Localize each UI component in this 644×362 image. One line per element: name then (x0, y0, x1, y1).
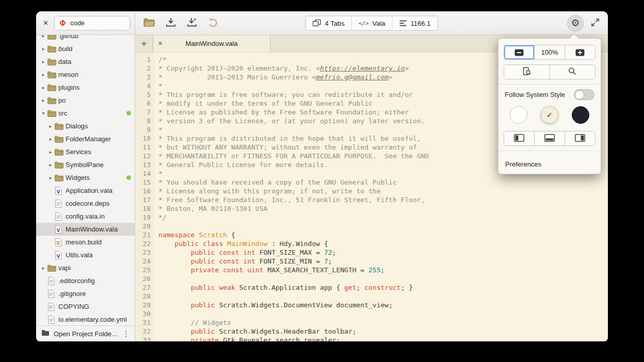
zoom-reset-button[interactable]: 100% (535, 45, 565, 59)
tree-item-mainwindow-vala[interactable]: VMainWindow.vala (36, 223, 135, 236)
toggle-bottom-panel-button[interactable] (535, 131, 565, 145)
save-button[interactable] (165, 17, 177, 29)
open-file-button[interactable] (142, 17, 156, 29)
tree-item-label: MainWindow.vala (66, 225, 118, 233)
tree-item-services[interactable]: ▸Services (36, 145, 135, 158)
main-toolbar: 4 Tabs </> Vala 1166.1 (135, 11, 608, 35)
file-tree: ▸.github▸build▸data▸meson▸plugins▸po▾src… (36, 35, 135, 325)
tabs-overview-button[interactable]: 4 Tabs (306, 16, 352, 30)
expand-icon[interactable]: ▸ (39, 85, 47, 90)
expand-icon[interactable]: ▸ (39, 59, 47, 64)
line-number: 16 (135, 187, 151, 195)
preferences-button[interactable]: Preferences (498, 156, 601, 174)
line-number: 19 (135, 213, 151, 222)
default-style-button[interactable]: ✓ (541, 106, 558, 124)
tree-item--github[interactable]: ▸.github (36, 35, 135, 42)
folder-icon (41, 330, 50, 338)
git-modified-dot (126, 111, 131, 116)
line-number: 20 (135, 222, 151, 231)
open-project-folder-button[interactable]: Open Project Folder… (37, 330, 120, 338)
line-number: 2 (135, 64, 151, 73)
window-close-button[interactable]: ✕ (42, 18, 50, 28)
tree-item-data[interactable]: ▸data (36, 55, 135, 68)
new-tab-button[interactable]: + (135, 35, 153, 52)
tab-close-button[interactable]: ✕ (158, 40, 163, 47)
line-number: 33 (135, 336, 151, 341)
goto-line-button[interactable]: 1166.1 (393, 16, 438, 30)
collapse-icon[interactable]: ▾ (39, 110, 47, 116)
code-line: private const uint MAX_SEARCH_TEXT_LENGT… (158, 266, 608, 274)
tree-item-codecore-deps[interactable]: codecore.deps (36, 197, 135, 210)
light-style-button[interactable] (510, 106, 527, 124)
find-button-group (504, 64, 595, 79)
revert-button[interactable] (207, 17, 219, 29)
expand-icon[interactable]: ▸ (46, 136, 55, 142)
expand-icon[interactable]: ▸ (39, 72, 47, 77)
line-number: 1 (135, 55, 151, 64)
tree-item-meson[interactable]: ▸meson (36, 68, 135, 81)
tree-item-label: .editorconfig (58, 277, 95, 285)
text-file-icon (55, 212, 65, 221)
toggle-right-panel-button[interactable] (565, 131, 595, 145)
tree-item-po[interactable]: ▸po (36, 94, 135, 107)
code-brackets-icon: </> (359, 20, 369, 26)
tree-item-label: Application.vala (66, 187, 112, 194)
tab-mainwindow-vala[interactable]: ✕ MainWindow.vala (153, 35, 270, 52)
line-number: 27 (135, 283, 151, 292)
expand-icon[interactable]: ▸ (39, 35, 47, 39)
find-in-page-button[interactable] (504, 65, 550, 79)
fullscreen-button[interactable] (590, 17, 601, 29)
code-line (158, 292, 608, 301)
code-line (158, 309, 608, 318)
svg-text:V: V (57, 253, 60, 258)
project-options-menu-button[interactable]: ⋮ (120, 329, 133, 338)
zoom-in-button[interactable] (565, 45, 595, 59)
tree-item-label: meson.build (66, 238, 102, 246)
tree-item-io-elementary-code-yml[interactable]: io.elementary.code.yml (36, 313, 135, 325)
language-button[interactable]: </> Vala (352, 16, 393, 30)
follow-system-style-switch[interactable] (574, 89, 594, 100)
tree-item-vapi[interactable]: ▸vapi (36, 261, 135, 274)
tree-item-label: plugins (58, 84, 79, 91)
expand-icon[interactable]: ▸ (46, 175, 55, 180)
search-button[interactable] (550, 65, 595, 79)
tree-item--editorconfig[interactable]: .editorconfig (36, 274, 135, 287)
save-as-button[interactable] (186, 17, 198, 29)
tree-item-plugins[interactable]: ▸plugins (36, 81, 135, 94)
settings-button[interactable]: ⚙ (567, 15, 584, 31)
expand-icon[interactable]: ▸ (39, 265, 47, 271)
tree-item-label: Services (66, 148, 91, 156)
expand-icon[interactable]: ▸ (46, 149, 55, 155)
toggle-sidebar-button[interactable] (504, 131, 535, 145)
build-file-icon (55, 238, 65, 246)
dark-style-button[interactable] (572, 106, 589, 124)
tree-item-widgets[interactable]: ▸Widgets (36, 171, 135, 184)
expand-icon[interactable]: ▸ (39, 46, 47, 52)
expand-icon[interactable]: ▸ (39, 97, 47, 103)
tree-item-dialogs[interactable]: ▸Dialogs (36, 120, 135, 133)
code-line: public Scratch.Widgets.DocumentView docu… (158, 301, 608, 309)
tree-item-foldermanager[interactable]: ▸FolderManager (36, 133, 135, 145)
tree-item-src[interactable]: ▾src (36, 107, 135, 120)
vala-file-icon: V (55, 225, 65, 234)
popover-separator (498, 84, 601, 85)
expand-icon[interactable]: ▸ (46, 123, 55, 129)
text-file-icon (47, 277, 58, 285)
tree-item--gitignore[interactable]: .gitignore (36, 287, 135, 300)
toolbar-right-group: ⚙ (567, 15, 601, 31)
text-file-icon (55, 200, 65, 208)
tree-item-config-vala-in[interactable]: config.vala.in (36, 210, 135, 223)
tree-item-label: Utils.vala (66, 251, 93, 259)
tree-item-application-vala[interactable]: VApplication.vala (36, 184, 135, 197)
expand-icon[interactable]: ▸ (46, 162, 55, 168)
tree-item-meson-build[interactable]: meson.build (36, 236, 135, 249)
zoom-out-button[interactable] (504, 45, 535, 59)
project-chooser-button[interactable]: code (54, 16, 130, 30)
tree-item-build[interactable]: ▸build (36, 42, 135, 55)
tree-item-utils-vala[interactable]: VUtils.vala (36, 249, 135, 261)
save-as-icon (187, 18, 197, 28)
tree-item-symbolpane[interactable]: ▸SymbolPane (36, 158, 135, 171)
tree-item-copying[interactable]: COPYING (36, 300, 135, 313)
tree-item-label: io.elementary.code.yml (58, 316, 127, 323)
code-line: * You should have received a copy of the… (158, 178, 608, 187)
